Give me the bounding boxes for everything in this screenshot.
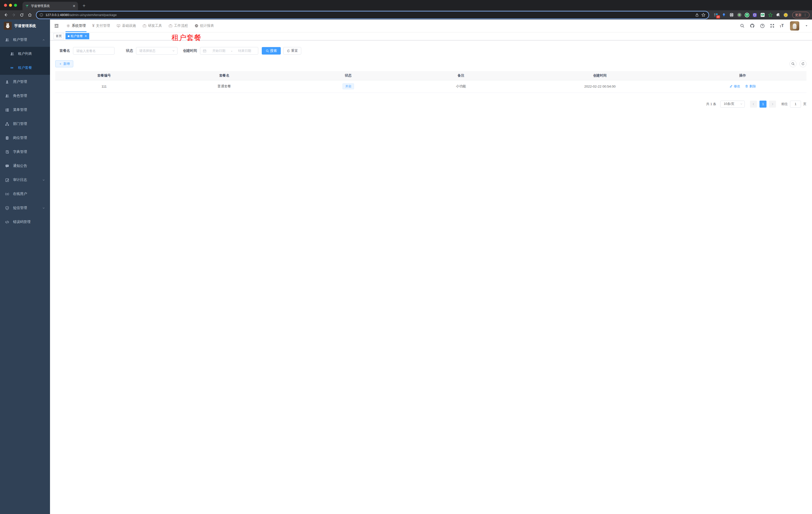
new-tab-button[interactable]: + (81, 2, 87, 9)
sidebar-submenu-tenant: 租户列表 租户套餐 (0, 47, 50, 75)
tag-tenant-package[interactable]: 租户套餐 ✕ (65, 33, 89, 39)
sidebar-item-user-management[interactable]: 用户管理 (0, 75, 50, 89)
sidebar-item-audit-log[interactable]: 审计日志 (0, 173, 50, 187)
sidebar-item-menu-management[interactable]: 菜单管理 (0, 103, 50, 117)
site-info-icon[interactable] (39, 13, 43, 17)
message-bubble-icon (5, 164, 9, 168)
cell-remark: 小功能 (401, 80, 406, 92)
create-time-label: 创建时间 (183, 49, 197, 53)
add-button-label: 新增 (63, 61, 70, 66)
active-dot-icon (68, 35, 69, 37)
tags-view-bar: 首页 租户套餐 ✕ (50, 32, 406, 40)
sidebar-item-label: 字典管理 (13, 150, 27, 154)
sidebar-item-dict-management[interactable]: 字典管理 (0, 145, 50, 159)
sidebar-item-online-users[interactable]: 在线用户 (0, 187, 50, 201)
package-icon (10, 66, 14, 70)
nav-workflow[interactable]: 工作流程 (165, 20, 191, 32)
main-content: 套餐名 状态 请选择状态 创建时间 开始日期 - 结束日期 搜索 重置 ＋ 新增 (50, 40, 406, 257)
briefcase-icon (169, 24, 173, 28)
sidebar-item-label: 部门管理 (13, 121, 27, 126)
back-button[interactable] (2, 12, 9, 18)
users-icon (5, 94, 9, 98)
create-time-range-picker[interactable]: 开始日期 - 结束日期 (200, 47, 258, 55)
sidebar-item-post-management[interactable]: 岗位管理 (0, 131, 50, 145)
sidebar-item-tenant-management[interactable]: 租户管理 (0, 33, 50, 47)
sidebar-item-tenant-package[interactable]: 租户套餐 (0, 61, 50, 75)
sidebar-item-label: 通知公告 (13, 164, 27, 168)
status-label: 状态 (126, 49, 133, 53)
table-row: 111 普通套餐 开启 小功能 2022-02-22 00:54:00 修改 删… (55, 80, 406, 92)
sidebar-item-tenant-list[interactable]: 租户列表 (0, 47, 50, 61)
home-button[interactable] (27, 12, 33, 18)
package-name-input[interactable] (73, 47, 115, 55)
sidebar-item-label: 租户管理 (13, 37, 27, 42)
nav-label: 工作流程 (174, 24, 188, 28)
page-watermark: 租户套餐 (172, 33, 202, 43)
tag-home[interactable]: 首页 (54, 33, 64, 39)
nav-label: 支付管理 (96, 24, 110, 28)
sidebar-item-sms-management[interactable]: 短信管理 (0, 201, 50, 215)
reload-button[interactable] (19, 12, 25, 18)
date-separator: - (231, 49, 232, 53)
tab-title: 芋道管理系统 (31, 4, 70, 8)
search-button[interactable]: 搜索 (262, 47, 281, 55)
search-button-label: 搜索 (270, 49, 277, 53)
gauge-icon (195, 24, 199, 28)
sidebar: 芋道管理系统 租户管理 租户列表 租户套餐 用户管理 角色管理 (0, 20, 50, 257)
start-date-placeholder[interactable]: 开始日期 (208, 49, 230, 53)
tag-close-icon[interactable]: ✕ (85, 34, 87, 38)
user-icon (5, 80, 9, 84)
minimize-window-button[interactable] (9, 4, 12, 7)
nav-system-management[interactable]: 系统管理 (63, 20, 89, 32)
pagination: 共 1 条 10条/页 1 前往 页 (55, 101, 406, 108)
app-header: 系统管理 ¥ 支付管理 基础设施 研发工具 工作流程 统计报表 TT (50, 20, 406, 32)
sidebar-item-label: 角色管理 (13, 93, 27, 98)
status-select[interactable]: 请选择状态 (136, 47, 177, 55)
top-nav: 系统管理 ¥ 支付管理 基础设施 研发工具 工作流程 统计报表 (63, 20, 217, 32)
briefcase-icon (143, 24, 146, 28)
sidebar-collapse-icon[interactable] (54, 23, 59, 28)
sidebar-item-label: 租户套餐 (18, 65, 32, 70)
tab-close-icon[interactable]: ✕ (72, 4, 76, 8)
sidebar-item-error-code[interactable]: 错误码管理 (0, 215, 50, 229)
zoom-window-button[interactable] (14, 4, 17, 7)
sidebar-item-label: 用户管理 (13, 80, 27, 84)
nav-label: 基础设施 (122, 24, 136, 28)
status-badge: 开启 (343, 83, 354, 89)
nav-payment-management[interactable]: ¥ 支付管理 (89, 20, 113, 32)
cell-package-name: 普通套餐 (153, 80, 296, 92)
col-remark: 备注 (401, 71, 406, 80)
add-button[interactable]: ＋ 新增 (55, 60, 73, 67)
nav-infrastructure[interactable]: 基础设施 (113, 20, 139, 32)
nav-dev-tools[interactable]: 研发工具 (139, 20, 165, 32)
browser-tabstrip: 芋道管理系统 ✕ + (0, 0, 406, 10)
sidebar-item-role-management[interactable]: 角色管理 (0, 89, 50, 103)
status-placeholder: 请选择状态 (139, 49, 172, 53)
chevron-down-icon (42, 207, 45, 210)
col-package-id: 套餐编号 (55, 71, 153, 80)
sidebar-item-notice[interactable]: 通知公告 (0, 159, 50, 173)
tree-list-icon (5, 108, 9, 112)
browser-tab[interactable]: 芋道管理系统 ✕ (23, 2, 78, 10)
sidebar-item-dept-management[interactable]: 部门管理 (0, 117, 50, 131)
table-toolbar: ＋ 新增 (55, 60, 406, 67)
reset-button[interactable]: 重置 (283, 47, 301, 55)
edit-log-icon (5, 178, 9, 182)
col-package-name: 套餐名 (153, 71, 296, 80)
dictionary-book-icon (5, 150, 9, 154)
rabbit-logo-icon (4, 22, 12, 30)
end-date-placeholder[interactable]: 结束日期 (234, 49, 256, 53)
address-bar[interactable]: 127.0.0.1:48080 /admin-ui/system/tenant/… (36, 11, 406, 19)
plus-icon: ＋ (59, 61, 62, 66)
nav-statistics-report[interactable]: 统计报表 (191, 20, 217, 32)
close-window-button[interactable] (4, 4, 7, 7)
gear-icon (66, 24, 70, 28)
sidebar-item-label: 错误码管理 (13, 220, 30, 224)
col-status: 状态 (296, 71, 401, 80)
forward-button[interactable] (10, 12, 17, 18)
code-icon (5, 220, 9, 224)
app-logo[interactable]: 芋道管理系统 (0, 20, 50, 32)
shield-check-icon (5, 206, 9, 210)
users-icon (10, 52, 14, 56)
reset-button-label: 重置 (291, 49, 298, 53)
